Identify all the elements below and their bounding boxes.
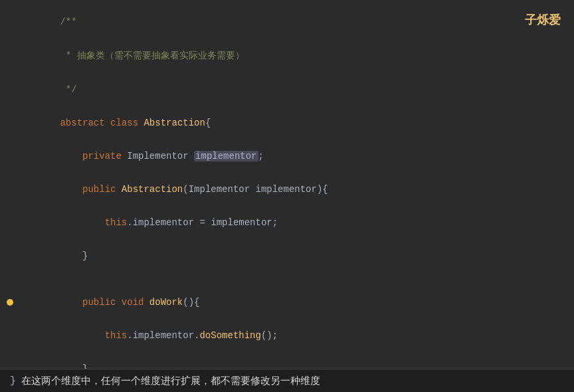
code-token: this — [105, 330, 128, 341]
code-token: /** — [60, 17, 76, 27]
code-token: (){ — [183, 297, 199, 308]
code-editor: 子烁爱 /** * 抽象类（需不需要抽象看实际业务需要） */ abstract… — [0, 0, 574, 369]
bottom-description: 在这两个维度中，任何一个维度进行扩展，都不需要修改另一种维度 — [21, 375, 320, 387]
line-content-10: public void doWork(){ — [20, 286, 574, 318]
code-token: private — [82, 151, 127, 161]
code-token: public — [82, 297, 122, 308]
code-token-highlight: implementor — [194, 151, 258, 161]
code-token: ( — [183, 184, 188, 195]
code-token: public — [82, 184, 122, 195]
code-token — [60, 217, 104, 228]
code-token: * 抽象类（需不需要抽象看实际业务需要） — [60, 50, 244, 61]
line-gutter-10 — [0, 299, 20, 306]
code-line-11: this.implementor.doSomething(); — [0, 319, 574, 352]
code-token: ; — [258, 151, 264, 161]
code-token: .implementor. — [127, 330, 199, 341]
code-line-9 — [0, 272, 574, 286]
code-token: Implementor — [127, 151, 194, 161]
code-token: implementor){ — [256, 184, 328, 195]
breakpoint-bullet[interactable] — [7, 299, 13, 306]
line-content-8: } — [20, 240, 574, 272]
line-content-2: * 抽象类（需不需要抽象看实际业务需要） — [20, 39, 574, 72]
code-token: .implementor = implementor; — [127, 217, 278, 228]
code-line-8: } — [0, 239, 574, 272]
line-content-1: /** — [20, 6, 574, 38]
code-line-6: public Abstraction(Implementor implement… — [0, 173, 574, 206]
code-line-12: } — [0, 352, 574, 369]
code-token — [60, 151, 82, 161]
code-line-2: * 抽象类（需不需要抽象看实际业务需要） — [0, 39, 574, 73]
code-line-1: /** — [0, 5, 574, 39]
line-content-5: private Implementor implementor; — [20, 140, 574, 172]
line-content-7: this.implementor = implementor; — [20, 207, 574, 239]
code-line-4: abstract class Abstraction{ — [0, 106, 574, 140]
code-token: { — [205, 118, 211, 128]
line-content-11: this.implementor.doSomething(); — [20, 320, 574, 351]
code-token: Abstraction — [122, 184, 183, 195]
code-token: } — [60, 363, 88, 369]
code-line-7: this.implementor = implementor; — [0, 206, 574, 239]
code-token: this — [105, 217, 128, 228]
line-content-3: */ — [20, 74, 574, 106]
code-token: doSomething — [199, 330, 260, 341]
code-token: doWork — [149, 297, 183, 308]
code-token: void — [122, 297, 149, 308]
code-line-3: */ — [0, 73, 574, 106]
code-token: */ — [60, 84, 76, 95]
code-token: class — [110, 118, 144, 128]
code-line-10: public void doWork(){ — [0, 286, 574, 319]
closing-brace: } — [10, 375, 16, 387]
code-token: abstract — [60, 118, 110, 128]
line-content-12: } — [20, 353, 574, 369]
code-token: } — [60, 250, 88, 261]
watermark: 子烁爱 — [525, 12, 561, 28]
code-token: (); — [261, 330, 278, 341]
code-token — [60, 184, 82, 195]
code-token: Implementor — [189, 184, 256, 195]
code-token: Abstraction — [144, 118, 205, 128]
code-line-5: private Implementor implementor; — [0, 140, 574, 173]
bottom-bar: } 在这两个维度中，任何一个维度进行扩展，都不需要修改另一种维度 — [0, 369, 574, 392]
line-content-6: public Abstraction(Implementor implement… — [20, 173, 574, 205]
code-token — [60, 297, 82, 308]
line-content-4: abstract class Abstraction{ — [20, 107, 574, 139]
code-token — [60, 330, 104, 341]
